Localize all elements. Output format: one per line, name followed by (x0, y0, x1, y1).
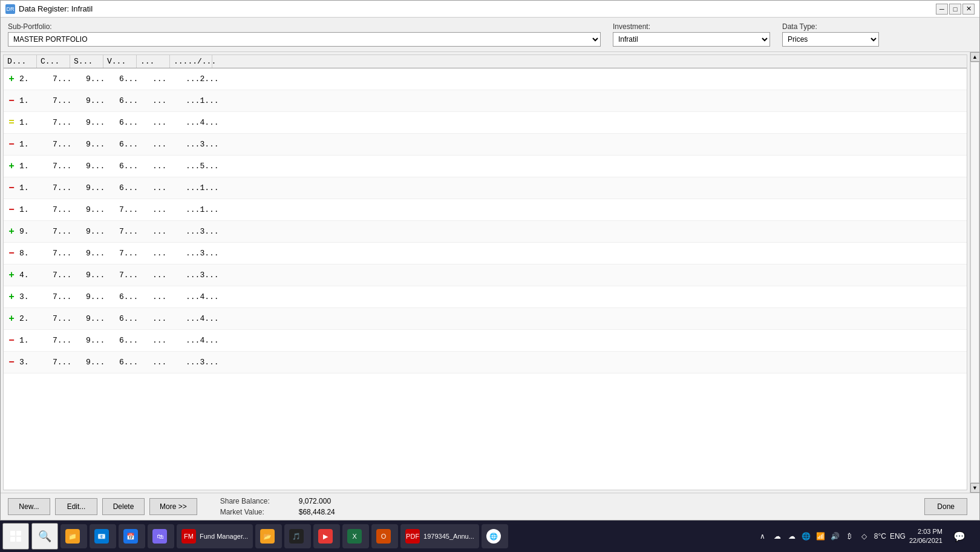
pdf-icon: PDF (405, 529, 420, 544)
taskbar-outlook[interactable]: 📧 (90, 524, 116, 548)
taskbar-store[interactable]: 🛍 (148, 524, 174, 548)
market-value-label: Market Value: (220, 508, 287, 516)
row-cell-d: 1. (17, 96, 50, 105)
row-cell-d: 1. (17, 336, 50, 345)
taskbar-folder[interactable]: 📂 (255, 524, 282, 548)
row-cell-v: 7... (117, 249, 150, 258)
wifi-icon[interactable]: 📶 (815, 530, 827, 542)
language-label: ENG (890, 532, 906, 540)
col-header-c: C... (37, 55, 70, 68)
date-display: 22/06/2021 (909, 536, 942, 545)
row-cell-c: 7... (50, 249, 83, 258)
table-row[interactable]: − 1. 7... 9... 6... ... ...1... (4, 177, 967, 199)
row-cell-d: 1. (17, 183, 50, 192)
taskbar-excel[interactable]: X (342, 524, 369, 548)
col-header-e1: ... (137, 55, 170, 68)
row-cell-d: 4. (17, 271, 50, 280)
main-window: DR Data Register: Infratil ─ □ ✕ Sub-Por… (0, 0, 980, 521)
system-tray-icons: ∧ ☁ ☁ 🌐 📶 🔊 ₿ ◇ (757, 530, 871, 542)
row-cell-c: 7... (50, 358, 83, 367)
sub-portfolio-select[interactable]: MASTER PORTFOLIO (8, 32, 601, 47)
sub-portfolio-label: Sub-Portfolio: (8, 22, 601, 31)
table-row[interactable]: + 1. 7... 9... 6... ... ...5... (4, 156, 967, 177)
row-cell-v: 7... (117, 205, 150, 214)
investment-select[interactable]: Infratil (613, 32, 770, 47)
table-row[interactable]: − 1. 7... 9... 7... ... ...1... (4, 199, 967, 221)
row-cell-e2: ...3... (183, 140, 226, 149)
table-row[interactable]: + 2. 7... 9... 6... ... ...4... (4, 308, 967, 330)
share-balance-label: Share Balance: (220, 497, 287, 505)
table-row[interactable]: + 2. 7... 9... 6... ... ...2... (4, 68, 967, 90)
taskbar-pdf[interactable]: PDF 1979345_Annu... (400, 524, 479, 548)
title-bar-left: DR Data Register: Infratil (5, 4, 93, 14)
more-button[interactable]: More >> (149, 498, 197, 515)
scroll-down-arrow[interactable]: ▼ (970, 483, 980, 493)
edit-button[interactable]: Edit... (55, 498, 97, 515)
table-row[interactable]: − 1. 7... 9... 6... ... ...3... (4, 134, 967, 156)
delete-button[interactable]: Delete (102, 498, 145, 515)
row-cell-e1: ... (150, 140, 183, 149)
row-indicator: − (6, 205, 17, 215)
form-area: Sub-Portfolio: MASTER PORTFOLIO Investme… (1, 18, 979, 52)
sub-portfolio-group: Sub-Portfolio: MASTER PORTFOLIO (8, 22, 601, 47)
done-button[interactable]: Done (924, 498, 967, 515)
col-header-s: S... (70, 55, 103, 68)
bluetooth-icon[interactable]: ₿ (844, 530, 856, 542)
row-cell-s: 9... (83, 314, 117, 323)
table-row[interactable]: − 8. 7... 9... 7... ... ...3... (4, 243, 967, 264)
row-cell-e1: ... (150, 205, 183, 214)
row-cell-v: 6... (117, 118, 150, 127)
row-indicator: − (6, 139, 17, 150)
row-cell-e1: ... (150, 74, 183, 84)
row-cell-e2: ...4... (183, 336, 226, 345)
calendar-icon: 📅 (123, 529, 138, 544)
row-cell-e2: ...3... (183, 227, 226, 236)
taskbar-office[interactable]: O (371, 524, 398, 548)
row-cell-s: 9... (83, 358, 117, 367)
clock[interactable]: 2:03 PM 22/06/2021 (909, 527, 942, 546)
title-bar-controls: ─ □ ✕ (936, 4, 975, 15)
row-cell-d: 1. (17, 162, 50, 171)
row-cell-e1: ... (150, 271, 183, 280)
data-type-select[interactable]: Prices (782, 32, 879, 47)
taskbar-file-explorer[interactable]: 📁 (60, 524, 87, 548)
network-icon[interactable]: 🌐 (800, 530, 812, 542)
row-indicator: + (6, 314, 17, 324)
row-cell-s: 9... (83, 74, 117, 84)
taskbar-calendar[interactable]: 📅 (119, 524, 145, 548)
table-row[interactable]: = 1. 7... 9... 6... ... ...4... (4, 112, 967, 134)
row-cell-e1: ... (150, 162, 183, 171)
row-cell-s: 9... (83, 162, 117, 171)
cloud-sync-icon[interactable]: ☁ (786, 530, 798, 542)
table-row[interactable]: + 3. 7... 9... 6... ... ...4... (4, 286, 967, 308)
col-header-d: D... (4, 55, 37, 68)
table-row[interactable]: + 9. 7... 9... 7... ... ...3... (4, 221, 967, 243)
table-row[interactable]: + 4. 7... 9... 7... ... ...3... (4, 264, 967, 286)
row-cell-e1: ... (150, 183, 183, 192)
scroll-track[interactable] (970, 62, 979, 483)
taskbar-media[interactable]: 🎵 (284, 524, 311, 548)
taskbar-chrome[interactable]: 🌐 (482, 524, 508, 548)
row-cell-d: 1. (17, 205, 50, 214)
taskbar-fund-manager[interactable]: FM Fund Manager... (177, 524, 253, 548)
close-button[interactable]: ✕ (962, 4, 975, 15)
minimize-button[interactable]: ─ (936, 4, 948, 15)
sound-icon[interactable]: 🔊 (829, 530, 841, 542)
dropbox-icon[interactable]: ◇ (858, 530, 871, 542)
table-row[interactable]: − 1. 7... 9... 6... ... ...4... (4, 330, 967, 352)
scroll-up-arrow[interactable]: ▲ (970, 52, 980, 62)
cloud-icon[interactable]: ☁ (771, 530, 783, 542)
row-cell-e2: ...3... (183, 271, 226, 280)
taskbar-video[interactable]: ▶ (313, 524, 340, 548)
table-row[interactable]: − 3. 7... 9... 6... ... ...3... (4, 352, 967, 373)
search-button[interactable]: 🔍 (31, 523, 58, 550)
chevron-up-icon[interactable]: ∧ (757, 530, 769, 542)
new-button[interactable]: New... (8, 498, 50, 515)
start-button[interactable] (2, 523, 29, 550)
row-cell-v: 7... (117, 227, 150, 236)
maximize-button[interactable]: □ (949, 4, 961, 15)
notification-icon[interactable]: 💬 (946, 523, 973, 550)
windows-icon (10, 531, 21, 542)
row-cell-e1: ... (150, 249, 183, 258)
table-row[interactable]: − 1. 7... 9... 6... ... ...1... (4, 90, 967, 112)
